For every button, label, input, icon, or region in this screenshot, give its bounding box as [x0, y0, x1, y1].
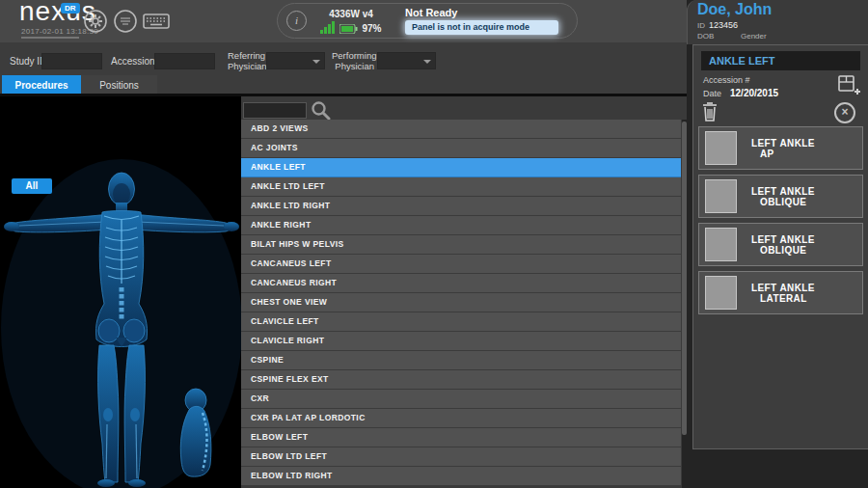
procedure-list-item[interactable]: ABD 2 VIEWS [241, 120, 681, 139]
tab-procedures[interactable]: Procedures [2, 75, 81, 95]
procedure-list-item[interactable]: ANKLE RIGHT [241, 216, 681, 235]
procedure-list-item[interactable]: CANCANEUS LEFT [241, 255, 681, 274]
study-accession-label: Accession # [703, 75, 750, 85]
study-date-label: Date [703, 89, 721, 98]
procedure-list-item[interactable]: CXR PA LAT AP LORDOTIC [241, 409, 681, 428]
referring-physician-select[interactable] [266, 52, 325, 69]
procedure-list-item[interactable]: ELBOW LTD LEFT [241, 447, 681, 467]
keyboard-icon [142, 9, 171, 34]
close-study-button[interactable]: × [834, 102, 855, 123]
view-label: LEFT ANKLE LATERAL [751, 283, 815, 304]
procedure-list: ABD 2 VIEWSAC JOINTSANKLE LEFTANKLE LTD … [241, 120, 681, 488]
procedure-list-item[interactable]: CLAVICLE RIGHT [241, 332, 681, 351]
view-card[interactable]: LEFT ANKLE AP [698, 126, 863, 170]
ready-state-block: Not Ready Panel is not in acquire mode [405, 7, 558, 35]
procedure-search-input[interactable] [243, 102, 307, 119]
patient-header[interactable]: Doe, John ID 123456 DOB Gender [687, 0, 868, 44]
procedures-list-panel: ABD 2 VIEWSAC JOINTSANKLE LEFTANKLE LTD … [241, 96, 687, 488]
battery-icon [339, 24, 358, 34]
performing-physician-label: Performing Physician [332, 50, 374, 71]
console-icon [113, 9, 138, 34]
view-label: LEFT ANKLE OBLIQUE [751, 186, 815, 207]
view-card[interactable]: LEFT ANKLE OBLIQUE [698, 175, 863, 218]
procedure-list-item[interactable]: CLAVICLE LEFT [241, 312, 681, 332]
settings-button[interactable] [83, 9, 108, 34]
ready-state-title: Not Ready [405, 7, 558, 18]
ready-state-message: Panel is not in acquire mode [405, 20, 558, 35]
referring-physician-label: Referring Physician [228, 50, 264, 71]
close-icon: × [841, 105, 848, 119]
keyboard-button[interactable] [142, 9, 171, 34]
procedure-list-item[interactable]: CANCANEUS RIGHT [241, 274, 681, 293]
trash-icon [702, 101, 718, 122]
dr-badge: DR [61, 3, 80, 14]
patient-id-value: 123456 [709, 20, 738, 30]
study-panel-region: Doe, John ID 123456 DOB Gender ANKLE LEF… [687, 0, 868, 488]
procedure-list-item[interactable]: BILAT HIPS W PELVIS [241, 235, 681, 255]
procedure-list-item[interactable]: ANKLE LTD RIGHT [241, 197, 681, 216]
patient-gender-label: Gender [741, 32, 767, 41]
view-thumbnail [705, 131, 737, 165]
patient-id-label: ID [697, 21, 705, 30]
console-button[interactable] [113, 9, 138, 34]
gear-icon [83, 9, 108, 34]
delete-study-button[interactable] [702, 101, 718, 122]
search-icon[interactable] [311, 100, 331, 121]
procedure-list-item[interactable]: CXR [241, 390, 681, 409]
view-thumbnail [705, 276, 737, 310]
accession-input[interactable] [154, 53, 215, 69]
procedure-list-item[interactable]: ELBOW LEFT [241, 428, 681, 447]
view-list: LEFT ANKLE AP LEFT ANKLE OBLIQUE LEFT AN… [698, 126, 863, 314]
study-title: ANKLE LEFT [701, 51, 860, 70]
procedure-list-item[interactable]: CSPINE [241, 351, 681, 370]
detector-block: 4336W v4 97% [307, 9, 395, 34]
add-view-button[interactable] [837, 74, 860, 97]
battery-percent: 97% [362, 23, 381, 34]
detector-status-panel: i 4336W v4 97% [277, 3, 578, 39]
procedure-list-item[interactable]: CSPINE FLEX EXT [241, 370, 681, 390]
datetime-underline [21, 37, 79, 39]
selected-study-card: ANKLE LEFT Accession # Date 12/20/2015 [692, 44, 868, 449]
tab-positions[interactable]: Positions [81, 75, 157, 95]
view-thumbnail [705, 179, 737, 213]
app-window: nexus DR 2017-02-01 13:18:39 [0, 0, 868, 488]
info-icon[interactable]: i [286, 11, 307, 31]
skeleton-body-image[interactable] [0, 96, 241, 488]
view-label: LEFT ANKLE AP [751, 138, 815, 159]
view-card[interactable]: LEFT ANKLE OBLIQUE [698, 223, 863, 266]
study-date-value: 12/20/2015 [730, 88, 778, 98]
procedure-list-item[interactable]: CHEST ONE VIEW [241, 293, 681, 312]
procedure-list-item[interactable]: AC JOINTS [241, 139, 681, 158]
add-study-icon [837, 74, 860, 97]
view-thumbnail [705, 228, 737, 261]
study-id-input[interactable] [41, 53, 102, 69]
view-label: LEFT ANKLE OBLIQUE [751, 234, 815, 256]
top-bar: nexus DR 2017-02-01 13:18:39 [0, 0, 687, 42]
detector-name: 4336W v4 [307, 9, 395, 19]
procedure-list-item[interactable]: ANKLE LEFT [241, 158, 681, 177]
view-card[interactable]: LEFT ANKLE LATERAL [698, 271, 863, 314]
all-regions-button[interactable]: All [12, 178, 52, 194]
patient-name: Doe, John [697, 1, 772, 18]
patient-dob-label: DOB [697, 32, 714, 41]
body-map-panel: All [0, 96, 241, 488]
signal-icon [320, 21, 336, 34]
procedure-list-item[interactable]: ANKLE LTD LEFT [241, 177, 681, 197]
performing-physician-select[interactable] [377, 52, 436, 69]
procedure-list-item[interactable]: ELBOW LTD RIGHT [241, 467, 681, 486]
